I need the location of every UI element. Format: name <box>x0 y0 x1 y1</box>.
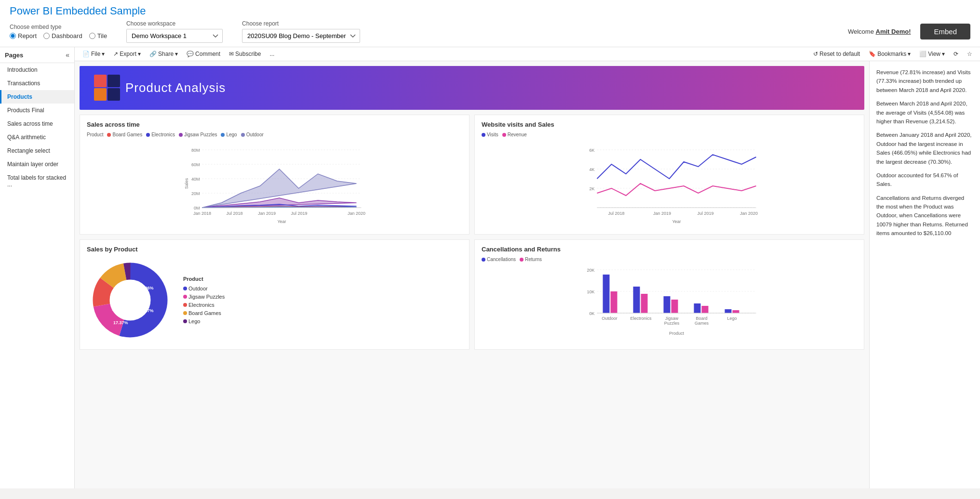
svg-text:2K: 2K <box>589 186 594 191</box>
sales-product-chart: Sales by Product <box>80 239 470 350</box>
report-container: Pages « Introduction Transactions Produc… <box>0 47 980 488</box>
sales-product-title: Sales by Product <box>87 246 462 253</box>
svg-text:Jan 2019: Jan 2019 <box>653 211 671 216</box>
comment-button[interactable]: 💬 Comment <box>184 49 223 59</box>
export-button[interactable]: ↗ Export ▾ <box>110 49 144 59</box>
sidebar-header: Pages « <box>0 47 74 63</box>
donut-legend-jigsaw: Jigsaw Puzzles <box>183 294 225 300</box>
sidebar-item-products[interactable]: Products <box>0 90 74 104</box>
svg-text:20M: 20M <box>191 191 200 196</box>
legend-electronics: Electronics <box>146 132 175 137</box>
share-label: Share <box>158 51 174 57</box>
svg-text:Jul 2019: Jul 2019 <box>291 211 307 216</box>
website-svg: 6K 4K 2K Jul 2018 Jan 2019 Jul 2019 Jan … <box>482 140 857 227</box>
reset-icon: ↺ <box>813 51 818 57</box>
svg-text:Year: Year <box>277 219 286 224</box>
view-label: View <box>928 51 940 57</box>
main-content: Product Analysis Sales across time Produ… <box>75 61 869 488</box>
sidebar-item-sales-across-time[interactable]: Sales across time <box>0 117 74 131</box>
svg-text:0K: 0K <box>589 311 594 316</box>
refresh-button[interactable]: ⟳ <box>951 49 961 59</box>
insight-1: Revenue (72.81% increase) and Visits (77… <box>876 68 973 94</box>
sidebar-item-maintain-layer[interactable]: Maintain layer order <box>0 158 74 171</box>
bar-jigsaw-cancel <box>664 296 671 313</box>
radio-tile[interactable]: Tile <box>89 32 107 39</box>
welcome-text: Welcome Amit Demo! <box>848 28 911 35</box>
donut-legend-electronics: Electronics <box>183 302 225 308</box>
sales-time-legend: Product Board Games Electronics Jigsaw P… <box>87 132 462 137</box>
bookmarks-button[interactable]: 🔖 Bookmarks ▾ <box>866 49 913 59</box>
sales-time-title: Sales across time <box>87 121 462 128</box>
cancellations-legend: Cancellations Returns <box>482 257 857 262</box>
export-icon: ↗ <box>113 51 118 57</box>
bar-outdoor-return <box>611 291 618 313</box>
report-title: Product Analysis <box>125 80 226 95</box>
legend-outdoor: Outdoor <box>241 132 264 137</box>
collapse-sidebar-button[interactable]: « <box>66 51 69 59</box>
report-section: Choose report 2020SU09 Blog Demo - Septe… <box>242 20 360 43</box>
insight-2: Between March 2018 and April 2020, the a… <box>876 99 973 126</box>
svg-text:6K: 6K <box>589 148 594 153</box>
product-icon <box>94 75 121 101</box>
svg-text:11.96%: 11.96% <box>139 286 154 290</box>
file-button[interactable]: 📄 File ▾ <box>80 49 107 59</box>
radio-report[interactable]: Report <box>10 32 37 39</box>
svg-text:Product: Product <box>669 331 685 336</box>
sidebar-item-total-labels[interactable]: Total labels for stacked ... <box>0 171 74 191</box>
view-button[interactable]: ⬜ View ▾ <box>916 49 948 59</box>
legend-lego: Lego <box>221 132 237 137</box>
svg-text:80M: 80M <box>191 148 200 153</box>
sidebar-items: Introduction Transactions Products Produ… <box>0 63 74 488</box>
svg-text:17.37%: 17.37% <box>113 320 128 325</box>
more-button[interactable]: ... <box>267 49 277 59</box>
svg-text:Jul 2018: Jul 2018 <box>608 211 624 216</box>
embed-type-section: Choose embed type Report Dashboard Tile <box>10 24 107 39</box>
bar-electronics-cancel <box>633 287 640 313</box>
subscribe-button[interactable]: ✉ Subscribe <box>226 49 264 59</box>
insight-5: Cancellations and Returns diverged the m… <box>876 194 973 238</box>
share-button[interactable]: 🔗 Share ▾ <box>147 49 181 59</box>
svg-text:Electronics: Electronics <box>630 316 652 321</box>
workspace-label: Choose workspace <box>126 20 223 27</box>
svg-text:Board: Board <box>696 316 707 321</box>
toolbar-right: ↺ Reset to default 🔖 Bookmarks ▾ ⬜ View … <box>810 49 975 59</box>
sidebar-item-qa[interactable]: Q&A arithmetic <box>0 131 74 144</box>
app-title: Power BI Embedded Sample <box>10 5 970 17</box>
donut-container: 11.96% 12.98% 17.37% 54.67% Product Outd… <box>87 257 462 343</box>
sales-time-svg: 80M 60M 40M 20M 0M Sales <box>87 140 462 227</box>
favorite-button[interactable]: ☆ <box>964 49 975 59</box>
bar-electronics-return <box>641 294 648 313</box>
legend-returns: Returns <box>520 257 542 262</box>
svg-text:10K: 10K <box>587 289 594 294</box>
embed-button[interactable]: Embed <box>920 24 970 39</box>
comment-icon: 💬 <box>187 51 194 57</box>
embed-type-radio-group: Report Dashboard Tile <box>10 32 107 39</box>
sidebar-item-products-final[interactable]: Products Final <box>0 104 74 117</box>
bookmarks-label: Bookmarks <box>877 51 906 57</box>
sidebar-item-transactions[interactable]: Transactions <box>0 77 74 90</box>
cancellations-chart: Cancellations and Returns Cancellations … <box>474 239 864 350</box>
reset-button[interactable]: ↺ Reset to default <box>810 49 863 59</box>
bookmarks-icon: 🔖 <box>869 51 876 57</box>
legend-revenue: Revenue <box>502 132 527 137</box>
svg-text:12.98%: 12.98% <box>112 307 127 312</box>
donut-svg: 11.96% 12.98% 17.37% 54.67% <box>87 257 174 343</box>
donut-legend-lego: Lego <box>183 318 225 324</box>
sidebar-item-rectangle[interactable]: Rectangle select <box>0 144 74 158</box>
svg-text:Jul 2019: Jul 2019 <box>697 211 713 216</box>
export-label: Export <box>120 51 136 57</box>
embed-type-label: Choose embed type <box>10 24 107 30</box>
reset-label: Reset to default <box>819 51 860 57</box>
view-chevron-icon: ▾ <box>942 51 945 57</box>
file-icon: 📄 <box>82 51 90 57</box>
radio-dashboard[interactable]: Dashboard <box>43 32 82 39</box>
sidebar-item-introduction[interactable]: Introduction <box>0 63 74 77</box>
workspace-dropdown[interactable]: Demo Workspace 1 <box>126 29 223 43</box>
svg-text:Jan 2018: Jan 2018 <box>193 211 211 216</box>
legend-visits: Visits <box>482 132 498 137</box>
more-icon: ... <box>269 51 274 57</box>
bar-boardgames-return <box>702 306 709 313</box>
svg-text:Outdoor: Outdoor <box>602 316 618 321</box>
website-title: Website visits and Sales <box>482 121 857 128</box>
report-dropdown[interactable]: 2020SU09 Blog Demo - September <box>242 29 360 43</box>
